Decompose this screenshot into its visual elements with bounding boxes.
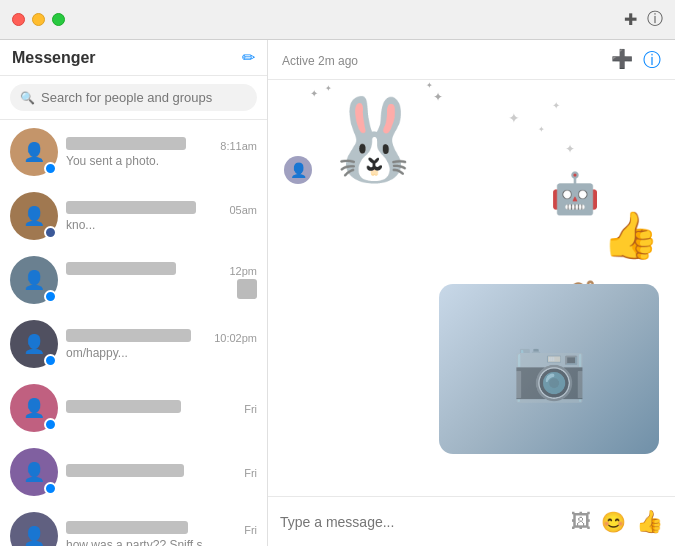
avatar-wrapper: 👤 — [10, 384, 58, 432]
sticker: 🐰 — [324, 100, 424, 180]
conv-time: 05am — [229, 204, 257, 216]
message-row: 👤 ✦ ✦ ✦ ✦ 🐰 — [284, 96, 659, 184]
like-message: 👍 — [602, 208, 659, 262]
sender-avatar: 👤 — [284, 156, 312, 184]
conv-body: Fri — [66, 400, 257, 417]
status-badge — [44, 226, 57, 239]
conv-time: 8:11am — [220, 140, 257, 152]
avatar-wrapper: 👤 — [10, 512, 58, 546]
status-badge — [44, 418, 57, 431]
message-row: 👍 — [284, 208, 659, 262]
conv-row1: Fri — [66, 400, 257, 415]
status-badge — [44, 162, 57, 175]
conv-row1: 8:11am — [66, 137, 257, 152]
conv-body: 12pm — [66, 262, 257, 299]
chat-header-actions: ➕ ⓘ — [611, 48, 661, 72]
sidebar: Messenger ✏ 🔍 👤 8:11am — [0, 40, 268, 546]
conv-row1: 10:02pm — [66, 329, 257, 344]
conv-time: 12pm — [229, 265, 257, 277]
sparkle-icon: ✦ — [310, 88, 318, 99]
like-input-icon[interactable]: 👍 — [636, 509, 663, 535]
conv-row1: Fri — [66, 521, 257, 536]
conv-time: Fri — [244, 403, 257, 415]
chat-status: Active 2m ago — [282, 54, 358, 68]
conv-row1: 05am — [66, 201, 257, 216]
conv-preview: how was a party?? Sniff s... — [66, 538, 257, 547]
new-chat-icon[interactable]: ✚ — [624, 10, 637, 29]
conv-row1: 12pm — [66, 262, 257, 277]
emoji-icon[interactable]: 😊 — [601, 510, 626, 534]
conv-name — [66, 262, 176, 275]
info-icon[interactable]: ⓘ — [647, 9, 663, 30]
sticker-message: ✦ ✦ ✦ ✦ 🐰 — [320, 96, 428, 184]
maximize-button[interactable] — [52, 13, 65, 26]
list-item[interactable]: 👤 12pm — [0, 248, 267, 312]
conv-body: Fri how was a party?? Sniff s... — [66, 521, 257, 547]
sidebar-title: Messenger — [12, 49, 96, 67]
conv-time: 10:02pm — [214, 332, 257, 344]
status-badge — [44, 290, 57, 303]
photo-message: 📷 — [439, 284, 659, 454]
message-input[interactable] — [280, 514, 561, 530]
chat-contact-name: Active 2m ago — [282, 51, 358, 69]
close-button[interactable] — [12, 13, 25, 26]
conv-body: Fri — [66, 464, 257, 481]
conv-body: 10:02pm om/happy... — [66, 329, 257, 360]
avatar-wrapper: 👤 — [10, 192, 58, 240]
conv-name — [66, 329, 191, 342]
conv-preview: You sent a photo. — [66, 154, 257, 168]
list-item[interactable]: 👤 8:11am You sent a photo. — [0, 120, 267, 184]
chat-header: Active 2m ago ➕ ⓘ — [268, 40, 675, 80]
sparkle-icon: ✦ — [426, 81, 433, 90]
sidebar-header: Messenger ✏ — [0, 40, 267, 76]
compose-icon[interactable]: ✏ — [242, 48, 255, 67]
avatar-wrapper: 👤 — [10, 256, 58, 304]
window-controls — [12, 13, 65, 26]
conv-name — [66, 137, 186, 150]
conv-name — [66, 400, 181, 413]
avatar: 👤 — [10, 512, 58, 546]
search-wrapper[interactable]: 🔍 — [10, 84, 257, 111]
conv-name — [66, 201, 196, 214]
conv-body: 8:11am You sent a photo. — [66, 137, 257, 168]
list-item[interactable]: 👤 Fri — [0, 376, 267, 440]
status-badge — [44, 354, 57, 367]
photo-placeholder: 📷 — [439, 284, 659, 454]
list-item[interactable]: 👤 Fri how was a party?? Sniff s... — [0, 504, 267, 546]
status-badge — [44, 482, 57, 495]
message-row: 📷 — [284, 284, 659, 454]
sticker-character: 🤖 — [550, 170, 600, 217]
conv-name — [66, 521, 188, 534]
minimize-button[interactable] — [32, 13, 45, 26]
info-chat-icon[interactable]: ⓘ — [643, 48, 661, 72]
conv-name — [66, 464, 184, 477]
avatar-wrapper: 👤 — [10, 320, 58, 368]
conv-preview: om/happy... — [66, 346, 257, 360]
search-input[interactable] — [41, 90, 247, 105]
conv-body: 05am kno... — [66, 201, 257, 232]
sparkle-icon: ✦ — [538, 125, 545, 134]
photo-input-icon[interactable]: 🖼 — [571, 510, 591, 533]
search-icon: 🔍 — [20, 91, 35, 105]
avatar-wrapper: 👤 — [10, 128, 58, 176]
conv-time: Fri — [244, 524, 257, 536]
video-call-icon[interactable]: ➕ — [611, 48, 633, 72]
list-item[interactable]: 👤 Fri — [0, 440, 267, 504]
sparkle-icon: ✦ — [433, 90, 443, 104]
input-area: 🖼 😊 👍 — [268, 496, 675, 546]
conv-preview-row — [66, 279, 257, 299]
sparkle-icon: ✦ — [508, 110, 520, 126]
list-item[interactable]: 👤 10:02pm om/happy... — [0, 312, 267, 376]
conversation-list: 👤 8:11am You sent a photo. 👤 — [0, 120, 267, 546]
search-bar: 🔍 — [0, 76, 267, 120]
conv-preview: kno... — [66, 218, 257, 232]
messages-area: 👤 ✦ ✦ ✦ ✦ 🐰 🤖 ✦ ✦ ✦ ✦ 🐒 — [268, 80, 675, 496]
avatar-wrapper: 👤 — [10, 448, 58, 496]
chat-area: Active 2m ago ➕ ⓘ 👤 ✦ ✦ ✦ ✦ 🐰 — [268, 40, 675, 546]
main-content: Messenger ✏ 🔍 👤 8:11am — [0, 40, 675, 546]
list-item[interactable]: 👤 05am kno... — [0, 184, 267, 248]
thumb-preview — [237, 279, 257, 299]
sparkle-icon: ✦ — [325, 84, 332, 93]
title-bar: ✚ ⓘ — [0, 0, 675, 40]
photo-icon: 📷 — [512, 334, 587, 405]
